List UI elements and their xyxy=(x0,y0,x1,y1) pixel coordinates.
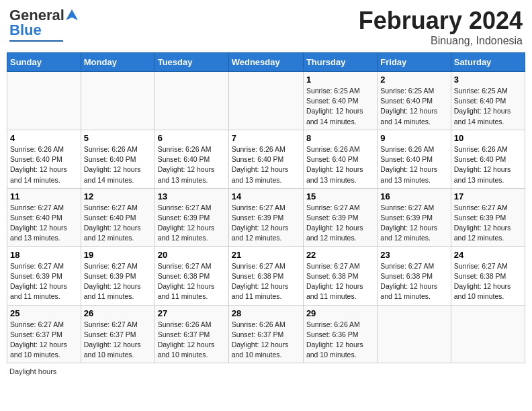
day-info: Sunrise: 6:27 AMSunset: 6:38 PMDaylight:… xyxy=(158,261,226,302)
day-info: Sunrise: 6:27 AMSunset: 6:37 PMDaylight:… xyxy=(84,320,152,361)
logo: General Blue xyxy=(9,7,79,42)
day-number: 3 xyxy=(454,75,522,85)
header-friday: Friday xyxy=(378,53,451,72)
day-number: 7 xyxy=(232,133,300,143)
day-info: Sunrise: 6:27 AMSunset: 6:38 PMDaylight:… xyxy=(232,261,300,302)
logo-underline xyxy=(9,40,63,42)
day-info: Sunrise: 6:26 AMSunset: 6:37 PMDaylight:… xyxy=(158,320,226,361)
header-saturday: Saturday xyxy=(451,53,525,72)
day-info: Sunrise: 6:25 AMSunset: 6:40 PMDaylight:… xyxy=(454,86,522,127)
table-row: 18Sunrise: 6:27 AMSunset: 6:39 PMDayligh… xyxy=(7,246,81,305)
day-number: 25 xyxy=(10,308,78,318)
title-block: February 2024 Binuang, Indonesia xyxy=(359,7,523,47)
day-info: Sunrise: 6:25 AMSunset: 6:40 PMDaylight:… xyxy=(306,86,374,127)
table-row: 26Sunrise: 6:27 AMSunset: 6:37 PMDayligh… xyxy=(81,305,154,363)
day-number: 17 xyxy=(454,191,522,201)
day-number: 15 xyxy=(306,191,374,201)
table-row: 13Sunrise: 6:27 AMSunset: 6:39 PMDayligh… xyxy=(154,188,228,246)
calendar-table: Sunday Monday Tuesday Wednesday Thursday… xyxy=(7,52,525,363)
table-row: 17Sunrise: 6:27 AMSunset: 6:39 PMDayligh… xyxy=(451,188,525,246)
day-info: Sunrise: 6:27 AMSunset: 6:39 PMDaylight:… xyxy=(454,203,522,244)
table-row: 7Sunrise: 6:26 AMSunset: 6:40 PMDaylight… xyxy=(228,130,303,188)
day-info: Sunrise: 6:27 AMSunset: 6:37 PMDaylight:… xyxy=(10,320,78,361)
page-header: General Blue February 2024 Binuang, Indo… xyxy=(7,7,525,47)
day-number: 18 xyxy=(10,250,78,260)
table-row xyxy=(81,72,154,130)
day-info: Sunrise: 6:26 AMSunset: 6:36 PMDaylight:… xyxy=(306,320,374,361)
day-info: Sunrise: 6:26 AMSunset: 6:40 PMDaylight:… xyxy=(232,144,300,185)
day-info: Sunrise: 6:27 AMSunset: 6:38 PMDaylight:… xyxy=(454,261,522,302)
day-number: 21 xyxy=(232,250,300,260)
day-info: Sunrise: 6:26 AMSunset: 6:40 PMDaylight:… xyxy=(158,144,226,185)
day-number: 4 xyxy=(10,133,78,143)
header-wednesday: Wednesday xyxy=(228,53,303,72)
day-info: Sunrise: 6:27 AMSunset: 6:38 PMDaylight:… xyxy=(306,261,374,302)
day-number: 29 xyxy=(306,308,374,318)
header-thursday: Thursday xyxy=(303,53,377,72)
table-row: 23Sunrise: 6:27 AMSunset: 6:38 PMDayligh… xyxy=(378,246,451,305)
day-number: 11 xyxy=(10,191,78,201)
day-number: 5 xyxy=(84,133,152,143)
day-number: 27 xyxy=(158,308,226,318)
table-row xyxy=(7,72,81,130)
day-info: Sunrise: 6:27 AMSunset: 6:39 PMDaylight:… xyxy=(306,203,374,244)
table-row: 16Sunrise: 6:27 AMSunset: 6:39 PMDayligh… xyxy=(378,188,451,246)
table-row xyxy=(378,305,451,363)
day-number: 22 xyxy=(306,250,374,260)
table-row: 14Sunrise: 6:27 AMSunset: 6:39 PMDayligh… xyxy=(228,188,303,246)
day-number: 9 xyxy=(380,133,447,143)
day-info: Sunrise: 6:26 AMSunset: 6:40 PMDaylight:… xyxy=(84,144,152,185)
day-info: Sunrise: 6:27 AMSunset: 6:39 PMDaylight:… xyxy=(10,261,78,302)
header-tuesday: Tuesday xyxy=(154,53,228,72)
day-number: 14 xyxy=(232,191,300,201)
day-info: Sunrise: 6:27 AMSunset: 6:40 PMDaylight:… xyxy=(10,203,78,244)
table-row: 10Sunrise: 6:26 AMSunset: 6:40 PMDayligh… xyxy=(451,130,525,188)
calendar-week-row: 25Sunrise: 6:27 AMSunset: 6:37 PMDayligh… xyxy=(7,305,525,363)
location-title: Binuang, Indonesia xyxy=(359,35,523,47)
header-monday: Monday xyxy=(81,53,154,72)
table-row xyxy=(154,72,228,130)
day-number: 23 xyxy=(380,250,447,260)
table-row: 9Sunrise: 6:26 AMSunset: 6:40 PMDaylight… xyxy=(378,130,451,188)
table-row: 11Sunrise: 6:27 AMSunset: 6:40 PMDayligh… xyxy=(7,188,81,246)
calendar-week-row: 4Sunrise: 6:26 AMSunset: 6:40 PMDaylight… xyxy=(7,130,525,188)
day-info: Sunrise: 6:26 AMSunset: 6:40 PMDaylight:… xyxy=(306,144,374,185)
calendar-week-row: 1Sunrise: 6:25 AMSunset: 6:40 PMDaylight… xyxy=(7,72,525,130)
day-number: 16 xyxy=(380,191,447,201)
daylight-hours-label: Daylight hours xyxy=(9,367,56,375)
day-info: Sunrise: 6:26 AMSunset: 6:37 PMDaylight:… xyxy=(232,320,300,361)
day-number: 28 xyxy=(232,308,300,318)
header-sunday: Sunday xyxy=(7,53,81,72)
day-number: 6 xyxy=(158,133,226,143)
calendar-week-row: 11Sunrise: 6:27 AMSunset: 6:40 PMDayligh… xyxy=(7,188,525,246)
day-number: 2 xyxy=(380,75,447,85)
table-row: 25Sunrise: 6:27 AMSunset: 6:37 PMDayligh… xyxy=(7,305,81,363)
table-row: 20Sunrise: 6:27 AMSunset: 6:38 PMDayligh… xyxy=(154,246,228,305)
day-number: 10 xyxy=(454,133,522,143)
table-row: 3Sunrise: 6:25 AMSunset: 6:40 PMDaylight… xyxy=(451,72,525,130)
table-row xyxy=(228,72,303,130)
table-row: 27Sunrise: 6:26 AMSunset: 6:37 PMDayligh… xyxy=(154,305,228,363)
day-info: Sunrise: 6:27 AMSunset: 6:39 PMDaylight:… xyxy=(232,203,300,244)
day-number: 26 xyxy=(84,308,152,318)
table-row: 15Sunrise: 6:27 AMSunset: 6:39 PMDayligh… xyxy=(303,188,377,246)
table-row: 22Sunrise: 6:27 AMSunset: 6:38 PMDayligh… xyxy=(303,246,377,305)
day-info: Sunrise: 6:25 AMSunset: 6:40 PMDaylight:… xyxy=(380,86,447,127)
day-number: 24 xyxy=(454,250,522,260)
day-number: 13 xyxy=(158,191,226,201)
day-number: 8 xyxy=(306,133,374,143)
table-row: 1Sunrise: 6:25 AMSunset: 6:40 PMDaylight… xyxy=(303,72,377,130)
day-number: 20 xyxy=(158,250,226,260)
table-row: 19Sunrise: 6:27 AMSunset: 6:39 PMDayligh… xyxy=(81,246,154,305)
day-info: Sunrise: 6:27 AMSunset: 6:39 PMDaylight:… xyxy=(158,203,226,244)
day-info: Sunrise: 6:26 AMSunset: 6:40 PMDaylight:… xyxy=(380,144,447,185)
logo-blue-text: Blue xyxy=(9,21,42,39)
table-row: 29Sunrise: 6:26 AMSunset: 6:36 PMDayligh… xyxy=(303,305,377,363)
day-info: Sunrise: 6:26 AMSunset: 6:40 PMDaylight:… xyxy=(454,144,522,185)
calendar-week-row: 18Sunrise: 6:27 AMSunset: 6:39 PMDayligh… xyxy=(7,246,525,305)
day-info: Sunrise: 6:27 AMSunset: 6:38 PMDaylight:… xyxy=(380,261,447,302)
day-info: Sunrise: 6:27 AMSunset: 6:39 PMDaylight:… xyxy=(380,203,447,244)
footer: Daylight hours xyxy=(7,367,525,375)
day-number: 19 xyxy=(84,250,152,260)
table-row: 4Sunrise: 6:26 AMSunset: 6:40 PMDaylight… xyxy=(7,130,81,188)
